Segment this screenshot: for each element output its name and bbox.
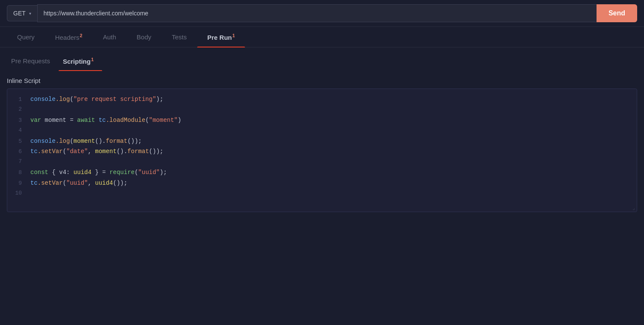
line-content-6: tc.setVar("date", moment().format()); — [29, 147, 637, 156]
line-content-5: console.log(moment().format()); — [29, 136, 637, 146]
line-num-5: 5 — [7, 137, 29, 146]
tab-body[interactable]: Body — [127, 27, 162, 47]
send-button[interactable]: Send — [597, 4, 637, 22]
line-content-3: var moment = await tc.loadModule("moment… — [29, 115, 637, 125]
line-content-9: tc.setVar("uuid", uuid4()); — [29, 178, 637, 188]
code-line-8: 8 const { v4: uuid4 } = require("uuid"); — [7, 167, 637, 178]
code-line-10: 10 — [7, 189, 637, 199]
line-num-1: 1 — [7, 95, 29, 104]
code-editor-container: 1 console.log("pre request scripting"); … — [7, 89, 637, 212]
line-content-8: const { v4: uuid4 } = require("uuid"); — [29, 168, 637, 177]
tab-auth[interactable]: Auth — [93, 27, 127, 47]
line-num-8: 8 — [7, 168, 29, 177]
resize-handle[interactable]: ⌟ — [7, 204, 637, 212]
prerun-badge: 1 — [232, 33, 235, 38]
url-bar: GET ▾ Send — [0, 0, 644, 27]
code-line-1: 1 console.log("pre request scripting"); — [7, 94, 637, 105]
code-editor[interactable]: 1 console.log("pre request scripting"); … — [7, 89, 637, 204]
method-chevron: ▾ — [29, 11, 31, 16]
code-line-4: 4 — [7, 126, 637, 136]
code-line-5: 5 console.log(moment().format()); — [7, 136, 637, 147]
main-tab-bar: Query Headers2 Auth Body Tests Pre Run1 — [0, 27, 644, 47]
tab-tests[interactable]: Tests — [162, 27, 197, 47]
code-line-6: 6 tc.setVar("date", moment().format()); — [7, 146, 637, 157]
method-selector[interactable]: GET ▾ — [7, 5, 37, 21]
tab-prerun[interactable]: Pre Run1 — [197, 27, 245, 47]
code-line-7: 7 — [7, 157, 637, 167]
sub-tab-scripting[interactable]: Scripting1 — [59, 53, 102, 71]
sub-tab-pre-requests[interactable]: Pre Requests — [7, 53, 59, 71]
code-line-3: 3 var moment = await tc.loadModule("mome… — [7, 115, 637, 126]
code-line-9: 9 tc.setVar("uuid", uuid4()); — [7, 178, 637, 189]
line-num-2: 2 — [7, 105, 29, 114]
line-num-9: 9 — [7, 179, 29, 188]
code-line-2: 2 — [7, 105, 637, 115]
line-num-4: 4 — [7, 126, 29, 135]
tab-headers[interactable]: Headers2 — [45, 27, 93, 47]
sub-tab-bar: Pre Requests Scripting1 — [0, 47, 644, 71]
scripting-badge: 1 — [91, 57, 94, 62]
line-num-6: 6 — [7, 148, 29, 157]
line-num-3: 3 — [7, 116, 29, 125]
line-num-10: 10 — [7, 189, 29, 198]
method-label: GET — [13, 10, 26, 17]
url-input[interactable] — [37, 4, 597, 22]
inline-script-label: Inline Script — [0, 71, 644, 89]
tab-query[interactable]: Query — [7, 27, 45, 47]
line-content-1: console.log("pre request scripting"); — [29, 95, 637, 104]
headers-badge: 2 — [80, 33, 83, 38]
line-num-7: 7 — [7, 157, 29, 166]
